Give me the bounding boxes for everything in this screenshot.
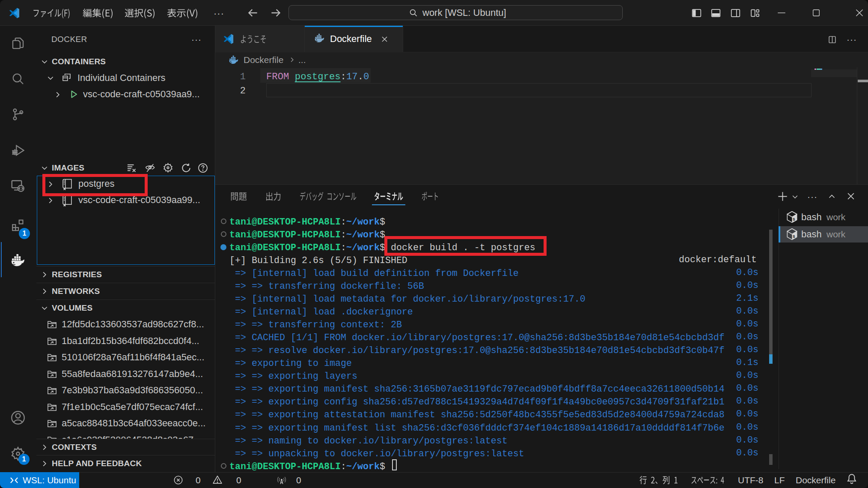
svg-text:$: $ <box>793 218 795 222</box>
svg-text:$: $ <box>793 235 795 239</box>
